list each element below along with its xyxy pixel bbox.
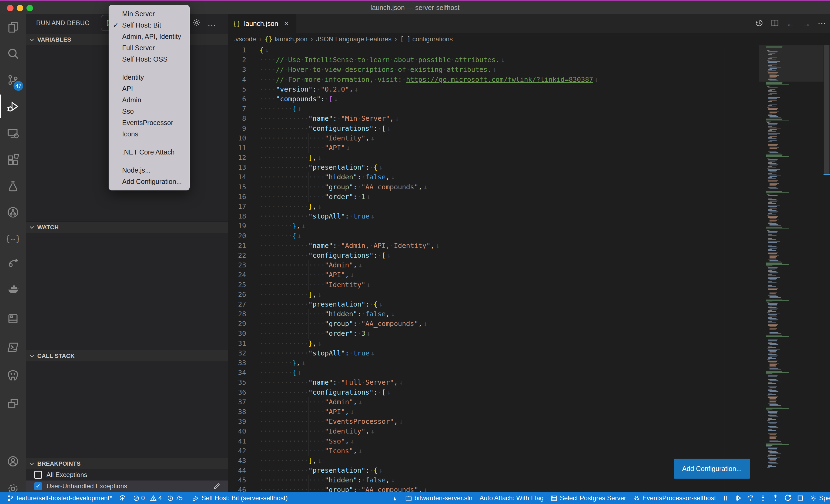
line-number[interactable]: 5 (228, 85, 246, 94)
line-number[interactable]: 21 (228, 241, 246, 250)
code-line[interactable]: 32············"stopAll":·true↓ (228, 348, 759, 358)
debug-step-over[interactable] (744, 492, 757, 504)
code-line[interactable]: 7········{↓ (228, 104, 759, 114)
auto-attach-item[interactable]: Auto Attach: With Flag (476, 492, 547, 504)
code-line[interactable]: 35············"name":·"Full·Server",↓ (228, 378, 759, 387)
line-number[interactable]: 31 (228, 339, 246, 348)
code-line[interactable]: 5····"version":·"0.2.0",↓ (228, 85, 759, 94)
menu-item[interactable]: API (108, 83, 190, 94)
edit-pencil-icon[interactable] (213, 482, 221, 490)
line-number[interactable]: 25 (228, 280, 246, 290)
git-graph-icon[interactable] (0, 200, 26, 225)
code-line[interactable]: 18············"stopAll":·true↓ (228, 211, 759, 221)
debug-stop[interactable] (794, 492, 806, 504)
line-number[interactable]: 39 (228, 417, 246, 427)
split-editor-icon[interactable] (771, 19, 779, 28)
menu-item[interactable]: Sso (108, 106, 190, 117)
debug-restart[interactable] (781, 492, 794, 504)
line-number[interactable]: 44 (228, 466, 246, 475)
code-line[interactable]: 39················"EventsProcessor",↓ (228, 417, 759, 427)
window-panels-icon[interactable] (0, 391, 26, 416)
line-number[interactable]: 2 (228, 55, 246, 65)
line-number[interactable]: 23 (228, 260, 246, 270)
line-number[interactable]: 14 (228, 172, 246, 182)
navigate-forward-icon[interactable]: → (802, 19, 810, 28)
debug-config-item[interactable]: Self Host: Bit (server-selfhost) (189, 492, 291, 504)
line-number[interactable]: 13 (228, 163, 246, 172)
code-line[interactable]: 23················"Admin",↓ (228, 260, 759, 270)
spell-item[interactable]: Spell (806, 492, 830, 504)
code-line[interactable]: 15················"group":·"AA_compounds… (228, 182, 759, 192)
code-line[interactable]: 2····//·Use·IntelliSense·to·learn·about·… (228, 55, 759, 65)
menu-item[interactable]: Icons (108, 128, 190, 140)
code-line[interactable]: 30················"order":·3↓ (228, 329, 759, 338)
run-and-debug-icon[interactable] (0, 94, 26, 119)
zoom-window-button[interactable] (27, 5, 33, 11)
close-tab-icon[interactable]: × (284, 19, 289, 28)
line-number[interactable]: 42 (228, 446, 246, 456)
line-number[interactable]: 29 (228, 319, 246, 329)
line-number[interactable]: 18 (228, 211, 246, 221)
code-line[interactable]: 26············],↓ (228, 290, 759, 300)
code-line[interactable]: 22············"configurations":·[↓ (228, 250, 759, 260)
tab-launch-json[interactable]: {} launch.json × (228, 14, 296, 33)
line-number[interactable]: 35 (228, 378, 246, 387)
line-number[interactable]: 22 (228, 250, 246, 260)
line-number[interactable]: 20 (228, 231, 246, 241)
menu-item[interactable]: Add Configuration... (108, 176, 190, 187)
thunder-client-icon[interactable]: {⌣} (0, 226, 26, 251)
debug-step-out[interactable] (769, 492, 781, 504)
code-line[interactable]: 38················"API",↓ (228, 407, 759, 417)
minimap[interactable] (759, 45, 824, 492)
code-line[interactable]: 9············"configurations":·[↓ (228, 124, 759, 133)
editor-more-actions-icon[interactable]: ⋯ (818, 19, 826, 28)
line-number[interactable]: 40 (228, 427, 246, 436)
code-line[interactable]: 20········{↓ (228, 231, 759, 241)
line-number[interactable]: 9 (228, 124, 246, 133)
line-number[interactable]: 6 (228, 94, 246, 104)
postgres-icon[interactable] (0, 363, 26, 388)
breadcrumb-item[interactable]: [ ]configurations (400, 35, 453, 43)
line-number[interactable]: 24 (228, 270, 246, 280)
minimize-window-button[interactable] (17, 5, 23, 11)
line-number[interactable]: 36 (228, 388, 246, 397)
breadcrumb-item[interactable]: JSON Language Features (316, 35, 391, 43)
code-line[interactable]: 17············},↓ (228, 202, 759, 211)
code-line[interactable]: 3····//·Hover·to·view·descriptions·of·ex… (228, 65, 759, 74)
line-number[interactable]: 1 (228, 45, 246, 55)
checked-checkbox[interactable]: ✓ (34, 482, 42, 490)
line-number[interactable]: 3 (228, 65, 246, 74)
close-window-button[interactable] (7, 5, 13, 11)
menu-item[interactable]: Identity (108, 72, 190, 83)
breadcrumb-item[interactable]: .vscode (234, 35, 256, 43)
publish-item[interactable] (116, 492, 129, 504)
code-line[interactable]: 33········},↓ (228, 358, 759, 368)
code-line[interactable]: 42················"Icons",↓ (228, 446, 759, 456)
search-icon[interactable] (0, 41, 26, 66)
menu-item[interactable]: Node.js... (108, 165, 190, 176)
powershell-terminal-icon[interactable] (0, 335, 26, 360)
navigate-back-icon[interactable]: ← (786, 19, 795, 28)
test-beaker-icon[interactable] (0, 173, 26, 198)
line-number[interactable]: 34 (228, 368, 246, 378)
code-line[interactable]: 13············"presentation":·{↓ (228, 163, 759, 172)
code-line[interactable]: 34········{↓ (228, 368, 759, 378)
line-number[interactable]: 19 (228, 221, 246, 231)
code-line[interactable]: 12············],↓ (228, 153, 759, 163)
section-breakpoints[interactable]: BREAKPOINTS (26, 458, 228, 469)
code-line[interactable]: 21············"name":·"Admin,·API,·Ident… (228, 241, 759, 250)
code-line[interactable]: 29················"group":·"AA_compounds… (228, 319, 759, 329)
remote-explorer-icon[interactable] (0, 121, 26, 145)
scrollbar-slider[interactable] (824, 45, 829, 174)
code-line[interactable]: 10················"Identity",↓ (228, 133, 759, 143)
backup-storage-icon[interactable] (0, 306, 26, 331)
code-line[interactable]: 24················"API",↓ (228, 270, 759, 280)
code-editor[interactable]: 1{↓2····//·Use·IntelliSense·to·learn·abo… (228, 45, 759, 492)
line-number[interactable]: 17 (228, 202, 246, 211)
line-number[interactable]: 37 (228, 397, 246, 407)
live-share-icon[interactable] (0, 248, 26, 273)
line-number[interactable]: 41 (228, 436, 246, 446)
debug-pause[interactable] (720, 492, 732, 504)
code-line[interactable]: 37················"Admin",↓ (228, 397, 759, 407)
breakpoint-row[interactable]: All Exceptions (26, 469, 228, 480)
